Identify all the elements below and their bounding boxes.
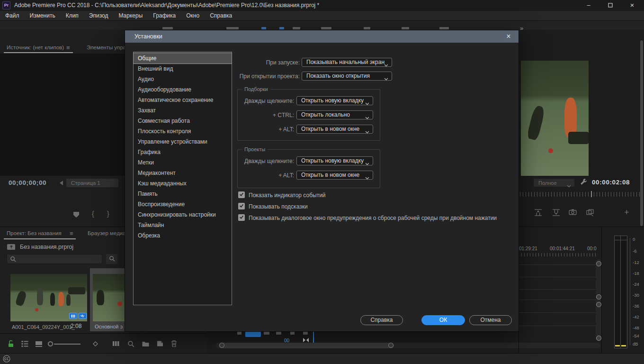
- new-item-icon[interactable]: [157, 340, 163, 347]
- tab-effect-controls[interactable]: Элементы управ: [87, 45, 129, 50]
- projects-alt-select[interactable]: Открыть в новом окне: [296, 171, 373, 180]
- add-button-icon[interactable]: +: [624, 208, 629, 218]
- icon-view-icon[interactable]: [35, 341, 43, 347]
- new-bin-icon[interactable]: [142, 341, 150, 347]
- lock-open-icon[interactable]: [8, 340, 14, 347]
- video-badge-icon[interactable]: [69, 313, 77, 319]
- zoom-slider-track[interactable]: [54, 344, 80, 345]
- settings-wrench-icon[interactable]: [580, 178, 587, 187]
- scroll-knob[interactable]: [596, 336, 601, 341]
- close-window-button[interactable]: ×: [624, 0, 640, 11]
- scroll-knob[interactable]: [596, 261, 601, 266]
- search-bin-button[interactable]: [106, 254, 117, 264]
- project-file-name[interactable]: Без названия.prproj: [20, 244, 73, 250]
- checkbox-label[interactable]: Показывать подсказки: [249, 203, 308, 210]
- page-selector[interactable]: Страница 1: [66, 179, 118, 187]
- search-input[interactable]: [18, 255, 101, 264]
- navigate-up-icon[interactable]: [7, 243, 16, 252]
- bins-dblclick-select[interactable]: Открыть новую вкладку: [296, 96, 373, 105]
- scroll-knob[interactable]: [388, 343, 394, 348]
- project-panel-menu-icon[interactable]: ≡: [70, 230, 73, 237]
- ok-button[interactable]: ОК: [421, 315, 465, 325]
- category-item[interactable]: Таймлайн: [134, 220, 232, 230]
- workspace-tab-fragment[interactable]: [439, 27, 449, 29]
- extract-icon[interactable]: [552, 209, 560, 218]
- automate-sequence-icon[interactable]: [92, 340, 99, 347]
- zoom-slider-handle[interactable]: [48, 341, 53, 346]
- bins-ctrl-select[interactable]: Открыть локально: [296, 110, 373, 119]
- zoom-level-select[interactable]: Полное: [534, 179, 574, 187]
- prev-page-icon[interactable]: [60, 180, 63, 187]
- workspace-tab-fragment[interactable]: [364, 27, 370, 29]
- help-button[interactable]: Справка: [360, 315, 403, 325]
- clip-name[interactable]: Основной э: [95, 324, 123, 329]
- maximize-button[interactable]: [602, 0, 618, 11]
- panel-edge-scrollbar[interactable]: [640, 40, 643, 226]
- category-item[interactable]: Синхронизировать настройки: [134, 209, 232, 220]
- program-timecode[interactable]: 00:00:02:08: [592, 179, 630, 186]
- category-item[interactable]: Кэш медиаданных: [134, 178, 232, 189]
- minimize-button[interactable]: –: [581, 0, 597, 11]
- mark-in-icon[interactable]: {: [92, 210, 94, 218]
- workspace-tab-fragment[interactable]: [162, 27, 173, 29]
- dialog-titlebar[interactable]: Установки: [125, 30, 519, 43]
- lift-icon[interactable]: [534, 209, 542, 218]
- workspace-tab-fragment[interactable]: [321, 27, 331, 29]
- category-item[interactable]: Память: [134, 189, 232, 199]
- workspace-tab-fragment[interactable]: [226, 27, 239, 29]
- menu-markers[interactable]: Маркеры: [113, 12, 148, 19]
- menu-clip[interactable]: Клип: [61, 12, 84, 19]
- category-item[interactable]: Управление устройствами: [134, 136, 232, 147]
- tab-source[interactable]: Источник: (нет клипов): [7, 45, 64, 50]
- workspace-tab-fragment[interactable]: [402, 27, 409, 29]
- menu-sequence[interactable]: Эпизод: [84, 12, 114, 19]
- scroll-knob[interactable]: [219, 343, 224, 348]
- tab-project[interactable]: Проект: Без названия: [7, 230, 62, 236]
- export-media-icon[interactable]: [586, 209, 594, 218]
- hscroll-thumb[interactable]: [219, 343, 394, 348]
- cancel-button[interactable]: Отмена: [469, 315, 512, 325]
- program-monitor-video[interactable]: [521, 61, 589, 176]
- checkbox-event-indicator[interactable]: [238, 191, 245, 198]
- category-item[interactable]: Графика: [134, 147, 232, 157]
- clip-name[interactable]: A001_C064_09224Y_001_: [12, 324, 75, 330]
- timeline-ruler[interactable]: [510, 253, 596, 256]
- audio-badge-icon[interactable]: [79, 313, 87, 319]
- category-item[interactable]: Аудиооборудование: [134, 84, 232, 95]
- source-timecode[interactable]: 00;00;00;00: [9, 179, 46, 186]
- program-playhead-marker[interactable]: [591, 191, 592, 197]
- audio-meter[interactable]: [614, 236, 627, 348]
- dialog-close-icon[interactable]: ×: [503, 31, 514, 42]
- menu-window[interactable]: Окно: [181, 12, 205, 19]
- mark-out-icon[interactable]: }: [107, 210, 109, 218]
- checkbox-label[interactable]: Показывать диалоговое окно предупреждени…: [249, 215, 497, 221]
- workspace-overflow-chevron[interactable]: »: [520, 25, 523, 32]
- workspace-tab-fragment[interactable]: [279, 27, 284, 29]
- checkbox-label[interactable]: Показать индикатор событий: [249, 192, 326, 199]
- filmstrip-icon[interactable]: [112, 341, 120, 346]
- scroll-knob[interactable]: [596, 294, 601, 300]
- menu-file[interactable]: Файл: [0, 12, 25, 19]
- program-mini-ruler[interactable]: [520, 192, 640, 197]
- menu-help[interactable]: Справка: [205, 12, 237, 19]
- project-search-field[interactable]: [7, 254, 102, 264]
- category-item[interactable]: Обрезка: [134, 230, 232, 241]
- creative-cloud-icon[interactable]: [3, 355, 10, 364]
- workspace-tab-fragment[interactable]: [293, 27, 300, 29]
- checkbox-workspace-warning[interactable]: [238, 214, 245, 221]
- open-project-select[interactable]: Показать окно открытия: [302, 72, 392, 81]
- startup-select[interactable]: Показывать начальный экран: [302, 58, 392, 67]
- menu-edit[interactable]: Изменить: [25, 12, 61, 19]
- find-icon[interactable]: [127, 340, 134, 347]
- clip-thumbnail[interactable]: [10, 274, 87, 321]
- category-item[interactable]: Воспроизведение: [134, 199, 232, 209]
- menu-graphics[interactable]: Графика: [148, 12, 181, 19]
- scroll-knob[interactable]: [596, 302, 601, 307]
- bins-alt-select[interactable]: Открыть в новом окне: [296, 125, 373, 134]
- workspace-tab-fragment[interactable]: [261, 27, 266, 29]
- checkbox-tooltips[interactable]: [238, 203, 245, 209]
- trash-icon[interactable]: [171, 340, 177, 347]
- source-panel-menu-icon[interactable]: ≡: [66, 44, 70, 51]
- list-view-icon[interactable]: [21, 340, 29, 347]
- projects-dblclick-select[interactable]: Открыть новую вкладку: [296, 156, 373, 165]
